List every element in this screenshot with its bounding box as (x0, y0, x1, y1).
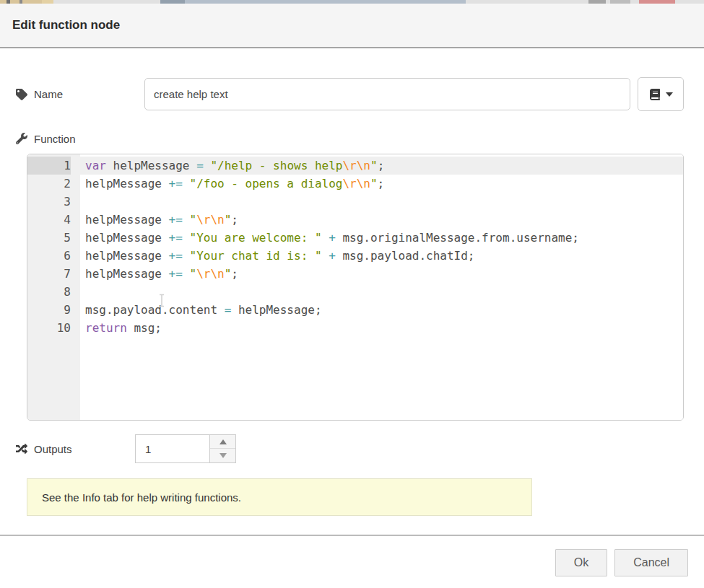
dialog-body: Name Function 12345678910 var helpMessag… (0, 48, 704, 535)
shuffle-icon (16, 443, 27, 455)
line-number: 2 (27, 175, 71, 193)
outputs-input[interactable] (136, 435, 209, 462)
tag-icon (16, 89, 27, 100)
caret-down-icon (666, 92, 673, 97)
code-line[interactable]: return msg; (85, 319, 683, 337)
code-line[interactable]: helpMessage += "\r\n"; (85, 211, 683, 229)
spinner-down-button[interactable] (210, 449, 235, 462)
dialog-footer: Ok Cancel (0, 535, 704, 588)
dialog-header: Edit function node (0, 4, 704, 48)
name-row: Name (16, 77, 684, 111)
code-line[interactable]: helpMessage += "/foo - opens a dialog\r\… (85, 175, 683, 193)
wrench-icon (16, 133, 27, 144)
line-number: 5 (27, 229, 71, 247)
form-tip: See the Info tab for help writing functi… (27, 478, 532, 516)
code-line[interactable]: helpMessage += "You are welcome: " + msg… (85, 229, 683, 247)
function-code-editor[interactable]: 12345678910 var helpMessage = "/help - s… (27, 154, 684, 421)
line-number: 1 (27, 157, 71, 175)
code-line[interactable]: msg.payload.content = helpMessage; (85, 301, 683, 319)
code-line[interactable] (85, 283, 683, 301)
name-input[interactable] (144, 78, 630, 110)
arrow-down-icon (220, 453, 227, 458)
library-button[interactable] (638, 77, 684, 111)
outputs-spinner (135, 434, 236, 463)
line-number: 3 (27, 193, 71, 211)
ok-button[interactable]: Ok (555, 549, 607, 576)
book-icon (649, 89, 661, 100)
cancel-button[interactable]: Cancel (614, 549, 688, 576)
arrow-up-icon (220, 439, 227, 444)
line-number: 9 (27, 301, 71, 319)
outputs-label: Outputs (16, 443, 135, 455)
line-number: 8 (27, 283, 71, 301)
line-number: 7 (27, 265, 71, 283)
name-label: Name (16, 88, 144, 100)
editor-gutter: 12345678910 (27, 154, 80, 420)
edit-function-node-dialog: Edit function node Name Function (0, 4, 704, 588)
line-number: 6 (27, 247, 71, 265)
name-label-text: Name (34, 88, 63, 100)
line-number: 10 (27, 319, 71, 337)
code-line[interactable] (85, 193, 683, 211)
editor-code-area[interactable]: var helpMessage = "/help - shows help\r\… (80, 154, 683, 420)
spinner-buttons (209, 435, 235, 462)
outputs-label-text: Outputs (34, 443, 72, 455)
spinner-up-button[interactable] (210, 435, 235, 449)
function-label: Function (16, 131, 684, 146)
outputs-row: Outputs (16, 434, 684, 463)
line-number: 4 (27, 211, 71, 229)
code-line[interactable]: helpMessage += "Your chat id is: " + msg… (85, 247, 683, 265)
code-line[interactable]: var helpMessage = "/help - shows help\r\… (80, 157, 683, 175)
function-label-text: Function (34, 133, 76, 145)
code-line[interactable]: helpMessage += "\r\n"; (85, 265, 683, 283)
dialog-title: Edit function node (12, 18, 120, 32)
